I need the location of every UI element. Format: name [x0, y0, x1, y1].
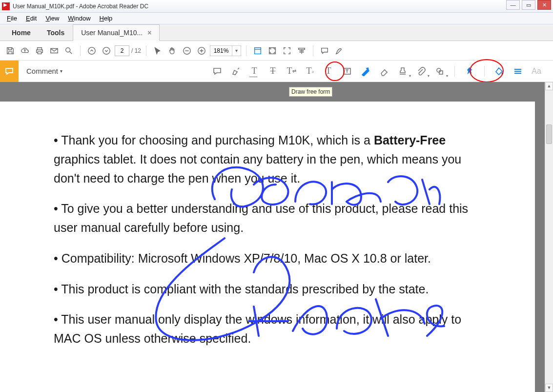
- zoom-out-icon[interactable]: [181, 44, 193, 57]
- tab-document-label: User Manual_M10...: [81, 29, 143, 37]
- doc-paragraph-3: • Compatibility: Microsoft Windows XP/7/…: [54, 249, 481, 268]
- doc-paragraph-4: • This product is compliant with the sta…: [54, 280, 481, 299]
- doc-paragraph-2: • To give you a better understanding and…: [54, 199, 481, 237]
- zoom-select[interactable]: ▾: [210, 45, 241, 56]
- zoom-in-icon[interactable]: [195, 44, 208, 57]
- tab-document[interactable]: User Manual_M10... ×: [73, 24, 160, 41]
- comment-label: Comment: [26, 67, 58, 75]
- underline-text-icon[interactable]: T: [247, 64, 261, 78]
- cursor-select-icon[interactable]: [151, 44, 164, 57]
- attach-icon[interactable]: ▾: [414, 64, 428, 78]
- vertical-scrollbar[interactable]: ▲ ▼: [545, 82, 553, 392]
- email-icon[interactable]: [48, 44, 61, 57]
- add-text-icon[interactable]: T: [322, 64, 335, 78]
- comment-bubble-icon[interactable]: [318, 44, 331, 57]
- menu-edit[interactable]: Edit: [22, 14, 41, 23]
- read-mode-icon[interactable]: [295, 44, 308, 57]
- fullscreen-icon[interactable]: [281, 44, 293, 57]
- zoom-value-input[interactable]: [210, 46, 232, 56]
- page-up-icon[interactable]: [85, 44, 98, 57]
- sticky-note-icon[interactable]: [210, 64, 224, 78]
- scroll-down-arrow-icon[interactable]: ▼: [545, 384, 553, 392]
- menu-help[interactable]: Help: [96, 14, 117, 23]
- textbox-icon[interactable]: [340, 64, 354, 78]
- scroll-thumb[interactable]: [546, 124, 552, 144]
- draw-freeform-icon[interactable]: [359, 64, 372, 78]
- search-icon[interactable]: [62, 44, 75, 57]
- sign-pen-icon[interactable]: [333, 44, 346, 57]
- doc-paragraph-5: • This user manual only display the wind…: [54, 310, 481, 348]
- page-number-input[interactable]: [115, 45, 129, 56]
- hand-pan-icon[interactable]: [166, 44, 179, 57]
- save-icon[interactable]: [4, 44, 17, 57]
- comment-dropdown[interactable]: Comment ▾: [19, 67, 70, 75]
- main-toolbar: / 12 ▾: [0, 41, 553, 61]
- fit-page-icon[interactable]: [266, 44, 279, 57]
- print-icon[interactable]: [33, 44, 46, 57]
- menu-view[interactable]: View: [41, 14, 63, 23]
- window-titlebar: User Manual_M10K.pdf - Adobe Acrobat Rea…: [0, 0, 553, 13]
- tab-home[interactable]: Home: [4, 25, 39, 41]
- svg-point-6: [437, 68, 441, 72]
- svg-point-2: [103, 47, 110, 54]
- cloud-upload-icon[interactable]: [19, 44, 31, 57]
- insert-text-icon[interactable]: Tₐ: [303, 64, 317, 78]
- stamp-icon[interactable]: ▾: [396, 64, 410, 78]
- fit-width-icon[interactable]: [251, 44, 264, 57]
- window-title: User Manual_M10K.pdf - Adobe Acrobat Rea…: [13, 3, 506, 10]
- window-close-button[interactable]: ✕: [537, 0, 551, 10]
- menu-window[interactable]: Window: [64, 14, 94, 23]
- menu-file[interactable]: File: [3, 14, 21, 23]
- color-fill-icon[interactable]: [492, 64, 506, 78]
- highlight-icon[interactable]: [229, 64, 243, 78]
- draw-freeform-tooltip: Draw free form: [289, 87, 332, 97]
- line-thickness-icon[interactable]: [511, 64, 525, 78]
- svg-point-0: [66, 47, 70, 52]
- tab-document-close[interactable]: ×: [147, 29, 151, 37]
- page-down-icon[interactable]: [100, 44, 113, 57]
- scroll-up-arrow-icon[interactable]: ▲: [545, 82, 553, 90]
- pdf-page: • Thank you for choosing and purchasing …: [0, 102, 535, 392]
- comment-toolbar: Comment ▾ T T T⇄ Tₐ T ▾ ▾ ▾ Aa: [0, 61, 553, 82]
- window-maximize-button[interactable]: ▭: [522, 0, 535, 10]
- text-format-icon[interactable]: Aa: [530, 64, 543, 78]
- zoom-dropdown-icon[interactable]: ▾: [232, 46, 241, 56]
- svg-point-1: [88, 47, 95, 54]
- window-minimize-button[interactable]: —: [506, 0, 520, 10]
- menu-bar: File Edit View Window Help: [0, 13, 553, 24]
- page-total-label: / 12: [131, 47, 141, 54]
- erase-drawing-icon[interactable]: [377, 64, 391, 78]
- shapes-icon[interactable]: ▾: [433, 64, 447, 78]
- document-viewport[interactable]: • Thank you for choosing and purchasing …: [0, 82, 545, 392]
- pin-icon[interactable]: [463, 64, 476, 78]
- doc-paragraph-1: • Thank you for choosing and purchasing …: [54, 131, 481, 187]
- comment-panel-toggle[interactable]: [0, 61, 19, 82]
- replace-text-icon[interactable]: T⇄: [285, 64, 298, 78]
- caret-down-icon: ▾: [60, 68, 62, 74]
- svg-rect-7: [439, 71, 443, 74]
- acrobat-app-icon: [2, 2, 10, 10]
- tab-tools[interactable]: Tools: [39, 25, 73, 41]
- app-tab-strip: Home Tools User Manual_M10... ×: [0, 24, 553, 41]
- scroll-track[interactable]: [545, 90, 553, 384]
- strike-text-icon[interactable]: T: [266, 64, 280, 78]
